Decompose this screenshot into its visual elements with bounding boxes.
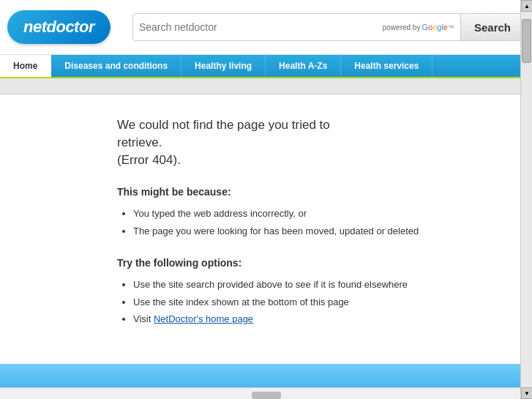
main-content: We could not find the page you tried to … xyxy=(0,94,532,358)
try-heading: Try the following options: xyxy=(117,257,503,269)
list-item-visit: Visit NetDoctor's home page xyxy=(133,310,503,327)
scroll-down-arrow[interactable]: ▼ xyxy=(521,387,532,399)
home-page-link[interactable]: NetDoctor's home page xyxy=(154,313,253,324)
error-title-line1: We could not find the page you tried to xyxy=(117,118,330,132)
page-wrapper: netdoctor powered by Google™ Search Home… xyxy=(0,0,532,399)
nav-item-home[interactable]: Home xyxy=(0,55,51,77)
error-title-line3: (Error 404). xyxy=(117,153,181,167)
scroll-track xyxy=(521,12,532,387)
nav-item-health-services[interactable]: Health services xyxy=(341,55,432,77)
search-area: powered by Google™ Search xyxy=(132,13,525,41)
logo-area: netdoctor xyxy=(7,10,110,44)
list-item: Use the site search provided above to se… xyxy=(133,276,503,293)
footer-bar xyxy=(0,364,532,387)
right-scrollbar: ▲ ▼ xyxy=(520,0,532,399)
list-item: Use the site index shown at the bottom o… xyxy=(133,294,503,310)
nav-item-diseases[interactable]: Diseases and conditions xyxy=(51,55,181,77)
visit-prefix: Visit xyxy=(133,313,154,324)
powered-by-label: powered by xyxy=(383,23,421,31)
bottom-scrollbar xyxy=(0,387,532,399)
might-be-heading: This might be because: xyxy=(117,186,503,198)
navbar: Home Diseases and conditions Healthy liv… xyxy=(0,55,532,78)
search-input-wrapper: powered by Google™ xyxy=(132,13,461,41)
subheader-bar xyxy=(0,78,532,94)
list-item: The page you were looking for has been m… xyxy=(133,223,503,239)
nav-item-healthy-living[interactable]: Healthy living xyxy=(181,55,266,77)
scrollbar-thumb-horizontal[interactable] xyxy=(252,392,281,399)
header: netdoctor powered by Google™ Search xyxy=(0,0,532,55)
might-be-list: You typed the web address incorrectly, o… xyxy=(133,205,503,239)
list-item: You typed the web address incorrectly, o… xyxy=(133,205,503,222)
nav-item-health-azs[interactable]: Health A-Zs xyxy=(266,55,341,77)
try-list: Use the site search provided above to se… xyxy=(133,276,503,327)
google-logo: Google™ xyxy=(422,23,454,31)
scroll-thumb-vertical[interactable] xyxy=(522,19,531,63)
scroll-up-arrow[interactable]: ▲ xyxy=(521,0,532,12)
error-title: We could not find the page you tried to … xyxy=(117,116,503,168)
google-badge: powered by Google™ xyxy=(383,23,454,31)
error-title-line2: retrieve. xyxy=(117,135,162,149)
site-logo[interactable]: netdoctor xyxy=(7,10,110,44)
search-button[interactable]: Search xyxy=(461,13,525,41)
search-input[interactable] xyxy=(139,21,380,33)
